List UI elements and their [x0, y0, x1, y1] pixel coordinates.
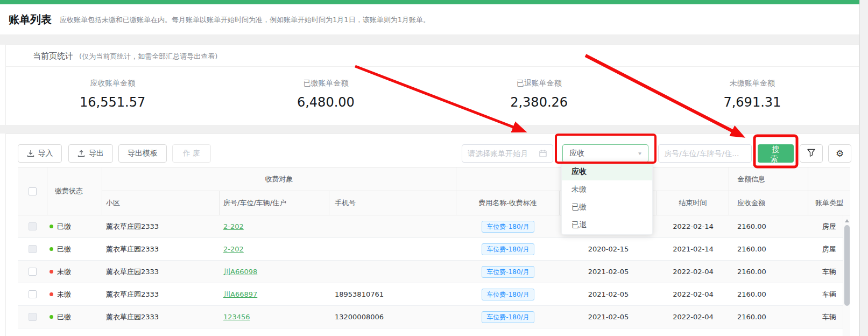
table-row: 未缴薰衣草庄园2333川A66098车位费-180/月2021-02-05202…	[18, 261, 850, 283]
table-cell	[18, 261, 47, 283]
table-cell: 123456	[220, 306, 329, 328]
top-accent-bar	[0, 0, 868, 4]
room-link[interactable]: 川A66098	[223, 267, 257, 277]
end-date-text: 2022-02-04	[673, 290, 714, 298]
header-room: 房号/车位/车辆/住户	[220, 191, 329, 215]
community-text: 薰衣草庄园2333	[106, 312, 159, 322]
header-community: 小区	[102, 191, 220, 215]
filter-button[interactable]	[800, 144, 823, 163]
table-cell: 2022-02-04	[657, 306, 729, 328]
header-fee: 费用名称-收费标准	[456, 191, 560, 215]
table-cell: 薰衣草庄园2333	[102, 306, 220, 328]
room-link[interactable]: 123456	[223, 313, 250, 321]
fee-tag: 车位费-180/月	[482, 289, 534, 300]
amount-text: 2160.00	[737, 268, 766, 276]
table-cell: 2021-02-05	[560, 283, 657, 305]
bill-status-dropdown: 应收未缴已缴已退	[561, 162, 653, 235]
header-group-empty	[808, 167, 850, 191]
bill-status-select[interactable]: 应收 ▾	[562, 144, 648, 163]
bill-type-text: 房屋	[822, 244, 836, 254]
dropdown-option[interactable]: 未缴	[562, 180, 652, 198]
dropdown-option[interactable]: 应收	[562, 163, 652, 180]
table-cell: 未缴	[47, 261, 102, 283]
dropdown-option[interactable]: 已缴	[562, 198, 652, 216]
table-cell: 车位费-180/月	[456, 238, 560, 260]
stat-value: 7,691.31	[646, 95, 859, 110]
dropdown-option[interactable]: 已退	[562, 216, 652, 234]
amount-text: 2160.00	[737, 313, 766, 321]
start-date-text: 2021-02-05	[588, 290, 629, 298]
end-date-text: 2022-02-04	[673, 268, 714, 276]
status-text: 未缴	[57, 290, 71, 299]
end-date-text: 2022-02-04	[673, 313, 714, 321]
settings-button[interactable]: ⚙	[828, 144, 851, 163]
window-scrollbar[interactable]	[859, 0, 868, 336]
status-dot	[50, 247, 53, 251]
phone-text: 18953810761	[335, 290, 384, 298]
start-date-text: 2021-02-05	[588, 313, 629, 321]
bill-type-text: 车辆	[822, 290, 836, 299]
header-bill-type: 账单类型	[808, 191, 850, 215]
amount-text: 2160.00	[737, 222, 766, 230]
page-title: 账单列表	[9, 12, 52, 27]
start-date-text: 2020-02-15	[588, 245, 629, 253]
room-link[interactable]: 2-202	[223, 245, 244, 253]
status-text: 已缴	[57, 222, 71, 232]
row-checkbox[interactable]	[29, 313, 37, 321]
table-scrollbar-thumb[interactable]	[844, 225, 850, 306]
table-cell: 未缴	[47, 283, 102, 305]
table-cell: 2160.00	[729, 306, 808, 328]
import-label: 导入	[38, 149, 53, 158]
stat-label: 已退账单金额	[433, 79, 646, 88]
export-template-button[interactable]: 导出模板	[118, 144, 167, 163]
stat-value: 2,380.26	[433, 95, 646, 110]
stat-item: 应收账单金额16,551.57	[6, 67, 219, 125]
status-dot	[50, 292, 53, 296]
status-text: 已缴	[57, 312, 71, 322]
status-text: 已缴	[57, 244, 71, 254]
search-button[interactable]: 搜 索	[758, 144, 794, 163]
fee-tag: 车位费-180/月	[482, 311, 534, 323]
amount-text: 2160.00	[737, 290, 766, 298]
room-link[interactable]: 川A66897	[223, 290, 257, 299]
table-cell: 13200008006	[329, 306, 456, 328]
table-header: 缴费状态 收费对象 金额信息 小区 房号/车位/车辆/住户 手机号 费用名称-收…	[18, 167, 850, 215]
select-all-checkbox[interactable]	[29, 187, 37, 195]
table-cell: 川A66098	[220, 261, 329, 283]
table-cell: 已缴	[47, 238, 102, 260]
scroll-up-arrow-icon[interactable]	[845, 219, 849, 222]
table-cell: 2160.00	[729, 238, 808, 260]
void-button[interactable]: 作 废	[172, 144, 211, 163]
row-checkbox[interactable]	[29, 245, 37, 253]
stat-value: 6,480.00	[219, 95, 432, 110]
table-scrollbar[interactable]	[843, 215, 850, 336]
stats-header: 当前页统计 (仅为当前页统计，如需全部汇总请导出查看)	[6, 45, 859, 67]
export-button[interactable]: 导出	[68, 144, 113, 163]
stat-label: 已缴账单金额	[219, 79, 432, 88]
table-cell	[329, 238, 456, 260]
import-button[interactable]: 导入	[18, 144, 62, 163]
table-row: 未缴薰衣草庄园2333川A6689718953810761车位费-180/月20…	[18, 283, 850, 306]
table-cell: 薰衣草庄园2333	[102, 238, 220, 260]
community-text: 薰衣草庄园2333	[106, 244, 159, 254]
bill-type-text: 房屋	[822, 222, 836, 232]
row-checkbox[interactable]	[29, 268, 37, 276]
table-cell	[18, 238, 47, 260]
keyword-input[interactable]	[658, 144, 752, 163]
header-phone: 手机号	[329, 191, 456, 215]
status-text: 未缴	[57, 267, 71, 277]
current-page-stats-card: 当前页统计 (仅为当前页统计，如需全部汇总请导出查看) 应收账单金额16,551…	[5, 45, 859, 125]
table-cell: 2160.00	[729, 215, 808, 237]
bill-type-text: 车辆	[822, 267, 836, 277]
room-link[interactable]: 2-202	[223, 222, 244, 230]
header-group-charge-target: 收费对象	[102, 167, 456, 191]
fee-tag: 车位费-180/月	[482, 266, 534, 278]
row-checkbox[interactable]	[29, 222, 37, 230]
status-dot	[50, 315, 53, 319]
bill-type-text: 车辆	[822, 312, 836, 322]
table-cell: 2022-02-14	[657, 215, 729, 237]
row-checkbox[interactable]	[29, 290, 37, 298]
fee-tag: 车位费-180/月	[482, 221, 534, 233]
amount-text: 2160.00	[737, 245, 766, 253]
table-cell: 2021-02-14	[657, 238, 729, 260]
